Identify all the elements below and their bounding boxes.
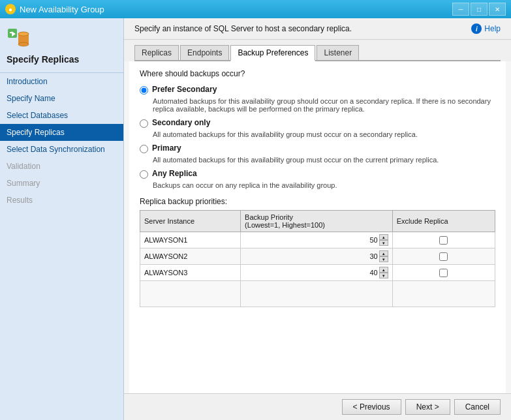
priority-value-2: 30	[362, 252, 378, 260]
priority-spinner-2[interactable]: ▲ ▼	[379, 250, 388, 262]
radio-label-primary[interactable]: Primary	[152, 143, 181, 153]
radio-label-prefer-secondary[interactable]: Prefer Secondary	[152, 85, 217, 94]
priority-up-1[interactable]: ▲	[379, 234, 388, 240]
server-name-3: ALWAYSON3	[140, 265, 241, 281]
radio-desc-any-replica: Backups can occur on any replica in the …	[153, 181, 495, 189]
radio-option-primary: Primary	[140, 143, 495, 153]
sidebar: Specify Replicas Introduction Specify Na…	[0, 18, 124, 420]
radio-group-secondary-only: Secondary only All automated backups for…	[140, 118, 495, 138]
help-link[interactable]: i Help	[471, 23, 501, 34]
priority-value-3: 40	[362, 269, 378, 277]
sidebar-item-results: Results	[0, 192, 123, 209]
maximize-button[interactable]: □	[471, 3, 488, 16]
priority-spinner-3[interactable]: ▲ ▼	[379, 267, 388, 278]
tab-endpoints[interactable]: Endpoints	[180, 45, 229, 60]
server-name-2: ALWAYSON2	[140, 248, 241, 265]
app-icon: ●	[5, 4, 16, 14]
radio-any-replica[interactable]	[140, 170, 148, 179]
cancel-button[interactable]: Cancel	[454, 399, 501, 415]
exclude-checkbox-1[interactable]	[439, 236, 448, 245]
radio-option-any-replica: Any Replica	[140, 169, 495, 179]
radio-secondary-only[interactable]	[140, 119, 148, 128]
main-container: Specify Replicas Introduction Specify Na…	[0, 18, 511, 420]
table-row: ALWAYSON1 50 ▲ ▼	[140, 232, 495, 248]
priority-down-1[interactable]: ▼	[379, 240, 388, 246]
priority-down-3[interactable]: ▼	[379, 273, 388, 278]
exclude-cell-1	[392, 232, 495, 248]
radio-group-any-replica: Any Replica Backups can occur on any rep…	[140, 169, 495, 189]
priority-down-2[interactable]: ▼	[379, 256, 388, 262]
exclude-cell-2	[392, 248, 495, 265]
sidebar-item-select-databases[interactable]: Select Databases	[0, 107, 123, 124]
radio-option-secondary-only: Secondary only	[140, 118, 495, 128]
radio-prefer-secondary[interactable]	[140, 86, 148, 95]
exclude-checkbox-2[interactable]	[439, 252, 448, 261]
radio-group-primary: Primary All automated backups for this a…	[140, 143, 495, 164]
tab-listener[interactable]: Listener	[317, 45, 359, 60]
help-label: Help	[484, 24, 501, 33]
content-area: Specify an instance of SQL Server to hos…	[124, 18, 511, 420]
col-backup-priority: Backup Priority(Lowest=1, Highest=100)	[241, 211, 393, 232]
radio-group-prefer-secondary: Prefer Secondary Automated backups for t…	[140, 85, 495, 113]
priority-value-1: 50	[362, 236, 378, 244]
tabs: Replicas Endpoints Backup Preferences Li…	[134, 45, 501, 61]
priority-label: Replica backup priorities:	[140, 197, 495, 206]
radio-desc-primary: All automated backups for this availabil…	[153, 156, 495, 164]
previous-button[interactable]: < Previous	[342, 399, 401, 415]
minimize-button[interactable]: ─	[452, 3, 469, 16]
table-row-empty	[140, 281, 495, 307]
footer: < Previous Next > Cancel	[124, 393, 511, 420]
priority-cell-3: 40 ▲ ▼	[241, 265, 393, 281]
content-description: Specify an instance of SQL Server to hos…	[134, 24, 352, 33]
close-button[interactable]: ✕	[489, 3, 506, 16]
window-title: New Availability Group	[20, 5, 104, 14]
title-bar-left: ● New Availability Group	[5, 4, 104, 14]
svg-point-6	[18, 32, 29, 36]
radio-option-prefer-secondary: Prefer Secondary	[140, 85, 495, 95]
radio-label-any-replica[interactable]: Any Replica	[152, 169, 197, 178]
exclude-checkbox-3[interactable]	[439, 269, 448, 277]
server-name-1: ALWAYSON1	[140, 232, 241, 248]
priority-cell-2: 30 ▲ ▼	[241, 248, 393, 265]
sidebar-item-data-sync[interactable]: Select Data Synchronization	[0, 141, 123, 158]
col-exclude-replica: Exclude Replica	[392, 211, 495, 232]
sidebar-item-specify-replicas[interactable]: Specify Replicas	[0, 124, 123, 141]
svg-point-5	[18, 42, 29, 46]
sidebar-header: Specify Replicas	[0, 18, 123, 73]
window-controls: ─ □ ✕	[452, 3, 506, 16]
radio-label-secondary-only[interactable]: Secondary only	[152, 118, 210, 127]
sidebar-title: Specify Replicas	[7, 54, 117, 65]
table-row: ALWAYSON3 40 ▲ ▼	[140, 265, 495, 281]
col-server-instance: Server Instance	[140, 211, 241, 232]
sidebar-nav: Introduction Specify Name Select Databas…	[0, 73, 123, 209]
sidebar-item-validation: Validation	[0, 158, 123, 175]
radio-desc-prefer-secondary: Automated backups for this availability …	[153, 97, 495, 113]
tabs-container: Replicas Endpoints Backup Preferences Li…	[124, 40, 511, 61]
tab-content: Where should backups occur? Prefer Secon…	[129, 61, 506, 393]
tab-backup-preferences[interactable]: Backup Preferences	[230, 45, 315, 61]
backup-question: Where should backups occur?	[140, 69, 495, 78]
priority-up-3[interactable]: ▲	[379, 267, 388, 273]
sidebar-item-specify-name[interactable]: Specify Name	[0, 90, 123, 107]
help-icon: i	[471, 23, 482, 34]
priority-table: Server Instance Backup Priority(Lowest=1…	[140, 210, 495, 307]
radio-desc-secondary-only: All automated backups for this availabil…	[153, 130, 495, 138]
table-row: ALWAYSON2 30 ▲ ▼	[140, 248, 495, 265]
next-button[interactable]: Next >	[405, 399, 450, 415]
database-icon	[7, 27, 117, 54]
priority-section: Replica backup priorities: Server Instan…	[140, 197, 495, 307]
title-bar: ● New Availability Group ─ □ ✕	[0, 0, 511, 18]
sidebar-item-summary: Summary	[0, 175, 123, 192]
priority-up-2[interactable]: ▲	[379, 250, 388, 256]
tab-replicas[interactable]: Replicas	[134, 45, 179, 60]
priority-spinner-1[interactable]: ▲ ▼	[379, 234, 388, 246]
radio-primary[interactable]	[140, 145, 148, 153]
content-header: Specify an instance of SQL Server to hos…	[124, 18, 511, 40]
priority-cell-1: 50 ▲ ▼	[241, 232, 393, 248]
sidebar-item-introduction[interactable]: Introduction	[0, 73, 123, 90]
exclude-cell-3	[392, 265, 495, 281]
